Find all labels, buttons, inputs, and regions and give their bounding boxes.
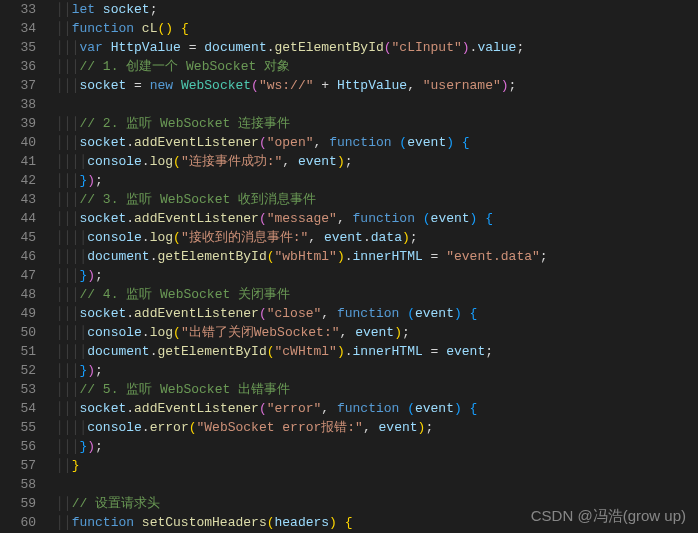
code-line[interactable]: │ │ │ │ console.error("WebSocket error报错… [56,418,698,437]
code-line[interactable]: │ │ │ │ console.log("连接事件成功:", event); [56,152,698,171]
code-line[interactable]: │ │ function cL() { [56,19,698,38]
code-editor[interactable]: 3334353637383940414243444546474849505152… [0,0,698,533]
code-line[interactable] [56,475,698,494]
line-number: 52 [0,361,36,380]
code-line[interactable]: │ │ │ // 1. 创建一个 WebSocket 对象 [56,57,698,76]
code-line[interactable]: │ │ │ socket.addEventListener("close", f… [56,304,698,323]
line-number: 57 [0,456,36,475]
code-line[interactable]: │ │ │ │ document.getElementById("wbHtml"… [56,247,698,266]
code-line[interactable]: │ │ │ │ document.getElementById("cWHtml"… [56,342,698,361]
line-number: 39 [0,114,36,133]
line-number: 36 [0,57,36,76]
code-line[interactable]: │ │ │ // 5. 监听 WebSocket 出错事件 [56,380,698,399]
line-number: 60 [0,513,36,532]
line-number: 44 [0,209,36,228]
line-number: 54 [0,399,36,418]
code-line[interactable]: │ │ } [56,456,698,475]
line-number: 47 [0,266,36,285]
line-number: 33 [0,0,36,19]
line-number: 58 [0,475,36,494]
code-line[interactable]: │ │ │ socket.addEventListener("open", fu… [56,133,698,152]
line-number: 49 [0,304,36,323]
code-line[interactable]: │ │ │ socket.addEventListener("error", f… [56,399,698,418]
line-number: 51 [0,342,36,361]
line-number: 35 [0,38,36,57]
code-line[interactable] [56,95,698,114]
code-line[interactable]: │ │ let socket; [56,0,698,19]
code-line[interactable]: │ │ │ │ console.log("出错了关闭WebSocket:", e… [56,323,698,342]
line-number: 43 [0,190,36,209]
line-number: 37 [0,76,36,95]
code-line[interactable]: │ │ │ }); [56,171,698,190]
line-number: 50 [0,323,36,342]
code-line[interactable]: │ │ // 设置请求头 [56,494,698,513]
code-line[interactable]: │ │ │ socket.addEventListener("message",… [56,209,698,228]
code-line[interactable]: │ │ function setCustomHeaders(headers) { [56,513,698,532]
code-line[interactable]: │ │ │ │ console.log("接收到的消息事件:", event.d… [56,228,698,247]
line-number: 38 [0,95,36,114]
code-line[interactable]: │ │ │ socket = new WebSocket("ws://" + H… [56,76,698,95]
code-line[interactable]: │ │ │ // 3. 监听 WebSocket 收到消息事件 [56,190,698,209]
line-number: 40 [0,133,36,152]
line-number: 53 [0,380,36,399]
line-number: 48 [0,285,36,304]
code-area[interactable]: │ │ let socket;│ │ function cL() {│ │ │ … [50,0,698,533]
code-line[interactable]: │ │ │ }); [56,266,698,285]
line-number: 45 [0,228,36,247]
line-number: 59 [0,494,36,513]
code-line[interactable]: │ │ │ }); [56,361,698,380]
line-number: 46 [0,247,36,266]
line-number-gutter: 3334353637383940414243444546474849505152… [0,0,50,533]
code-line[interactable]: │ │ │ }); [56,437,698,456]
line-number: 55 [0,418,36,437]
line-number: 41 [0,152,36,171]
line-number: 34 [0,19,36,38]
code-line[interactable]: │ │ │ // 2. 监听 WebSocket 连接事件 [56,114,698,133]
code-line[interactable]: │ │ │ var HttpValue = document.getElemen… [56,38,698,57]
code-line[interactable]: │ │ │ // 4. 监听 WebSocket 关闭事件 [56,285,698,304]
line-number: 42 [0,171,36,190]
line-number: 56 [0,437,36,456]
